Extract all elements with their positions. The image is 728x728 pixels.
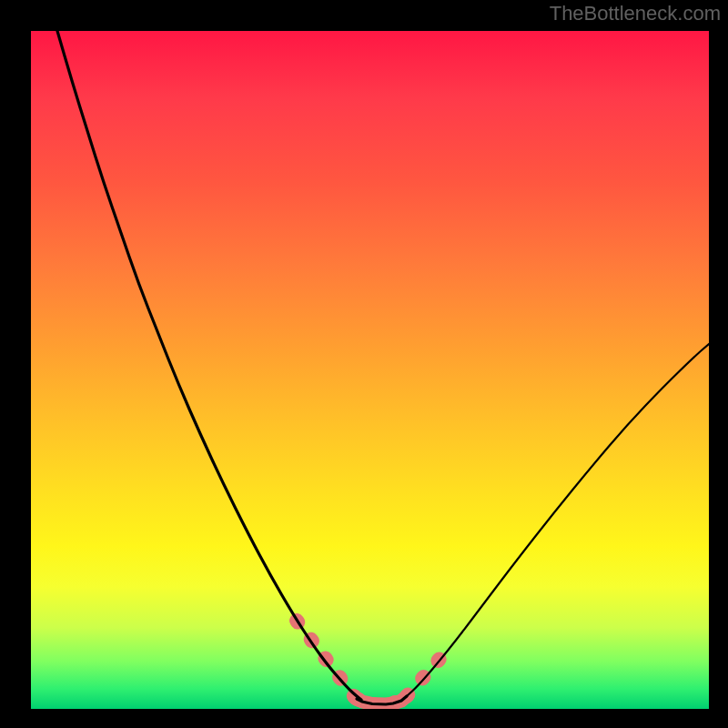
bottleneck-curve-chart bbox=[31, 31, 709, 709]
watermark-text: TheBottleneck.com bbox=[550, 2, 721, 25]
highlighted-segments bbox=[297, 621, 447, 704]
bottleneck-curve bbox=[57, 31, 709, 704]
